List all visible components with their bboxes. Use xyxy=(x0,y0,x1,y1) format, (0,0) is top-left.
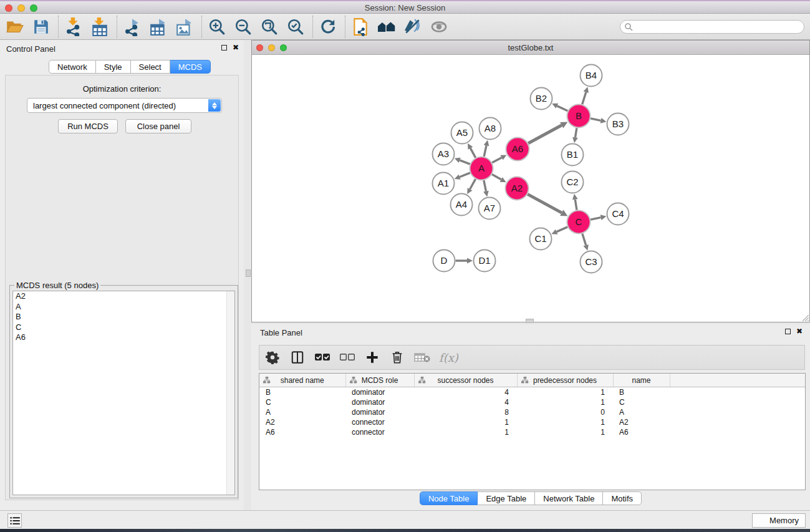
edge-B-B2[interactable] xyxy=(557,106,567,111)
edge-B-B4[interactable] xyxy=(582,92,586,105)
result-item[interactable]: B xyxy=(13,312,234,322)
refresh-button[interactable] xyxy=(317,16,339,37)
edge-C-C4[interactable] xyxy=(591,218,600,220)
result-item[interactable]: A xyxy=(13,302,234,312)
edge-C-C3[interactable] xyxy=(582,234,586,246)
edge-A2-C[interactable] xyxy=(528,194,562,213)
graph-node-B4[interactable]: B4 xyxy=(581,65,602,87)
search-input[interactable] xyxy=(620,20,804,34)
zoom-out-button[interactable] xyxy=(233,16,254,37)
graph-node-D1[interactable]: D1 xyxy=(474,250,496,272)
result-item[interactable]: A2 xyxy=(13,291,234,302)
graph-node-C1[interactable]: C1 xyxy=(530,228,552,250)
cell-mcds-role[interactable]: dominator xyxy=(345,387,414,398)
float-table-panel-icon[interactable] xyxy=(785,329,791,334)
cell-mcds-role[interactable]: connector xyxy=(345,427,414,437)
graph-node-B2[interactable]: B2 xyxy=(531,88,552,110)
select-all-button[interactable] xyxy=(314,349,330,365)
graph-node-A3[interactable]: A3 xyxy=(433,143,455,165)
cell-predecessor-nodes[interactable]: 1 xyxy=(517,417,613,427)
cell-shared-name[interactable]: A6 xyxy=(259,427,345,437)
close-panel-button[interactable]: Close panel xyxy=(125,119,191,133)
result-scrollbar[interactable] xyxy=(226,291,234,495)
result-item[interactable]: A6 xyxy=(13,332,234,343)
cell-shared-name[interactable]: A xyxy=(259,407,345,417)
split-handle-vertical[interactable] xyxy=(246,269,251,277)
cell-successor-nodes[interactable]: 1 xyxy=(414,427,517,437)
edge-B-B3[interactable] xyxy=(591,118,600,120)
vizmapper-toggle-button[interactable] xyxy=(402,16,423,37)
delete-column-button[interactable] xyxy=(389,349,405,365)
network-canvas[interactable]: B4B2BB3A8A5A6A3B1AC2A1A2A4A7C4CC1C3DD1 xyxy=(252,55,809,322)
cell-predecessor-nodes[interactable]: 1 xyxy=(517,397,613,407)
graph-node-C[interactable]: C xyxy=(567,211,591,234)
node-table[interactable]: shared nameMCDS rolesuccessor nodesprede… xyxy=(259,374,805,437)
graph-node-C3[interactable]: C3 xyxy=(581,251,602,273)
zoom-in-button[interactable] xyxy=(206,16,228,37)
cell-shared-name[interactable]: B xyxy=(259,387,345,398)
edge-A-A8[interactable] xyxy=(484,145,486,157)
graph-node-D[interactable]: D xyxy=(433,250,455,272)
edge-C-C2[interactable] xyxy=(575,200,577,210)
result-item[interactable]: C xyxy=(13,322,234,333)
table-row[interactable]: A6connector11A6 xyxy=(259,427,805,437)
cell-mcds-role[interactable]: dominator xyxy=(345,407,414,417)
tab-network-table[interactable]: Network Table xyxy=(535,491,603,505)
cell-predecessor-nodes[interactable]: 1 xyxy=(517,427,613,437)
cell-successor-nodes[interactable]: 4 xyxy=(414,387,517,398)
edge-A-A4[interactable] xyxy=(470,179,476,189)
graph-node-C2[interactable]: C2 xyxy=(562,172,584,193)
function-builder-button[interactable]: f(x) xyxy=(439,349,458,365)
edge-A6-B[interactable] xyxy=(528,125,562,143)
column-header-name[interactable]: name xyxy=(613,374,670,387)
new-network-from-selection-button[interactable] xyxy=(350,16,371,37)
edge-A-A5[interactable] xyxy=(470,148,475,158)
edge-A-A7[interactable] xyxy=(484,180,486,191)
column-header-successor-nodes[interactable]: successor nodes xyxy=(414,374,517,387)
column-header-predecessor-nodes[interactable]: predecessor nodes xyxy=(517,374,613,387)
export-image-button[interactable] xyxy=(174,16,195,37)
graph-node-B1[interactable]: B1 xyxy=(562,144,584,166)
import-network-button[interactable] xyxy=(63,16,84,37)
open-session-button[interactable] xyxy=(4,16,26,37)
graph-node-A1[interactable]: A1 xyxy=(433,173,455,195)
edge-A-A6[interactable] xyxy=(492,158,501,163)
graph-node-A8[interactable]: A8 xyxy=(480,118,501,140)
close-panel-icon[interactable]: ✖ xyxy=(233,44,239,51)
column-header-mcds-role[interactable]: MCDS role xyxy=(345,374,414,387)
export-network-button[interactable] xyxy=(122,16,143,37)
column-visibility-button[interactable] xyxy=(289,349,306,365)
graph-node-A4[interactable]: A4 xyxy=(451,194,473,216)
column-header-shared-name[interactable]: shared name xyxy=(259,374,345,387)
split-handle-horizontal[interactable] xyxy=(526,319,534,323)
show-graphics-details-button[interactable] xyxy=(428,16,450,37)
cell-name[interactable]: A6 xyxy=(613,427,670,437)
cell-name[interactable]: A2 xyxy=(613,417,670,427)
table-row[interactable]: Cdominator41C xyxy=(259,397,805,407)
cell-name[interactable]: C xyxy=(613,397,670,407)
edge-A-A1[interactable] xyxy=(460,173,470,177)
tab-motifs[interactable]: Motifs xyxy=(603,491,642,505)
add-column-button[interactable] xyxy=(364,349,380,365)
graph-node-A2[interactable]: A2 xyxy=(506,177,529,200)
tab-network[interactable]: Network xyxy=(49,60,96,74)
table-row[interactable]: Bdominator41B xyxy=(259,387,805,398)
zoom-selected-button[interactable] xyxy=(285,16,306,37)
close-table-panel-icon[interactable]: ✖ xyxy=(796,328,803,334)
graph-node-A7[interactable]: A7 xyxy=(479,198,501,220)
cell-predecessor-nodes[interactable]: 1 xyxy=(517,387,613,398)
delete-table-button[interactable] xyxy=(414,349,430,365)
cell-mcds-role[interactable]: dominator xyxy=(345,397,414,407)
cell-predecessor-nodes[interactable]: 0 xyxy=(517,407,613,417)
table-row[interactable]: A2connector11A2 xyxy=(259,417,805,427)
table-row[interactable]: Adominator80A xyxy=(259,407,805,417)
resize-grip-icon[interactable] xyxy=(801,313,809,321)
cell-successor-nodes[interactable]: 1 xyxy=(414,417,517,427)
memory-button[interactable]: Memory xyxy=(752,513,806,528)
deselect-all-button[interactable] xyxy=(339,349,355,365)
cell-shared-name[interactable]: A2 xyxy=(259,417,345,427)
graph-node-A[interactable]: A xyxy=(470,157,493,180)
edge-C-C1[interactable] xyxy=(557,227,568,232)
float-panel-icon[interactable] xyxy=(221,45,227,51)
edge-B-B1[interactable] xyxy=(575,128,576,137)
